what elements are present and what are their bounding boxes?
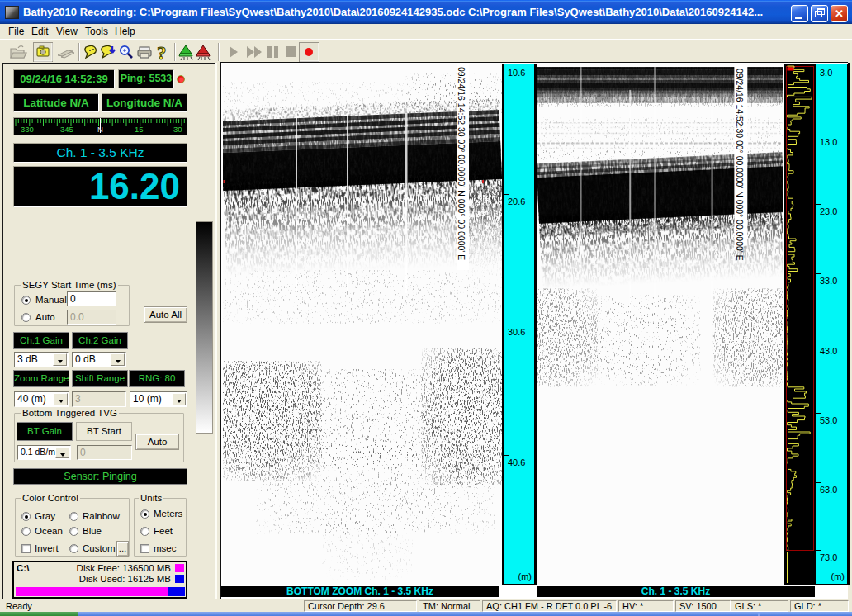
svg-text:09/24/16 14:52:30 00° 00.0000': 09/24/16 14:52:30 00° 00.0000' N 000° 00…: [457, 67, 466, 260]
svg-text:345: 345: [60, 125, 73, 134]
svg-text:N: N: [97, 125, 103, 134]
svg-text:09/24/16 14:52:30 00° 00.0000': 09/24/16 14:52:30 00° 00.0000' N 000° 00…: [735, 69, 744, 261]
svg-text:?: ?: [157, 43, 167, 64]
svg-text:15: 15: [135, 125, 144, 134]
svg-text:30: 30: [173, 125, 182, 134]
svg-text:330: 330: [21, 125, 34, 134]
